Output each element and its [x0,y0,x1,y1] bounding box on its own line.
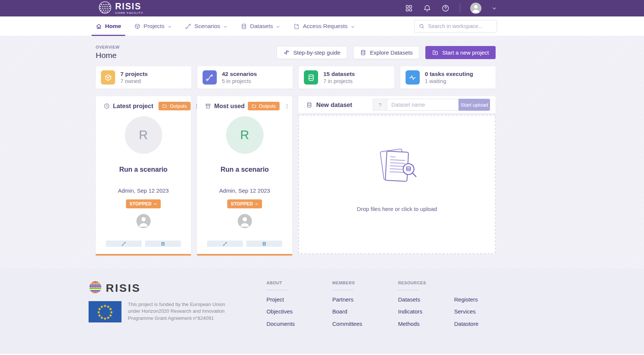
database-icon [304,70,318,85]
footer-link[interactable]: Partners [332,295,398,304]
search-icon [419,23,425,29]
chevron-down-icon [167,24,172,28]
nav-item-scenarios[interactable]: Scenarios [185,16,228,36]
footer-column-about: ABOUT Project Objectives Documents [266,281,332,331]
footer-link[interactable]: Documents [266,319,332,328]
stat-value: 42 scenarios [222,71,257,77]
cube-icon [101,70,115,85]
footer-link[interactable]: Project [266,295,332,304]
card-title: Most used [214,102,245,110]
cube-icon [134,23,141,30]
footer-link[interactable]: Registers [454,295,510,304]
clock-icon [104,103,110,109]
stat-sub: 7 owned [120,78,148,84]
status-dropdown[interactable]: STOPPED [126,199,160,208]
most-used-card: Most used Outputs R Run a scenario Ad [197,96,292,255]
user-avatar[interactable] [470,3,481,14]
new-dataset-card: New dataset ? Start upload [298,96,496,254]
step-by-step-guide-button[interactable]: Step-by-step guide [277,46,347,59]
apps-grid-icon[interactable] [405,4,413,12]
search-input[interactable] [428,23,498,29]
footer-logo-title: RISIS [106,282,141,294]
page-title: Home [96,51,120,60]
latest-project-card: Latest project Outputs R Run a scenario [96,96,191,255]
topbar-divider [460,3,460,13]
footer-rule [332,290,353,290]
nav-item-access-requests[interactable]: Access Requests [293,16,355,36]
globe-mosaic-icon [89,281,102,296]
project-name-link[interactable]: Run a scenario [96,166,191,174]
nav-item-projects[interactable]: Projects [134,16,172,36]
most-used-archive-icon [205,103,211,109]
file-dropzone[interactable]: Drop files here or click to upload [298,115,496,254]
project-name-link[interactable]: Run a scenario [197,166,292,174]
dropzone-text: Drop files here or click to upload [357,206,437,212]
card-title: Latest project [113,102,153,110]
owner-avatar[interactable] [238,214,252,228]
project-scenarios-button[interactable] [106,241,142,247]
main-content: OVERVIEW Home Step-by-step guide Ex [0,36,644,269]
notifications-bell-icon[interactable] [423,4,431,12]
nav-label: Home [105,23,121,30]
footer-column-members: MEMBERS Partners Board Committees [332,281,398,331]
footer-link[interactable]: Indicators [398,307,454,316]
globe-icon [98,1,112,16]
footer-risis-logo: RISIS [89,281,266,296]
footer-link[interactable]: Services [454,307,510,316]
footer-column-misc: Registers Services Datastore [454,281,510,331]
nav-item-home[interactable]: Home [96,16,121,36]
footer-heading: MEMBERS [332,281,398,285]
guide-signpost-icon [283,49,290,56]
outputs-badge[interactable]: Outputs [158,102,191,110]
account-chevron-down-icon[interactable] [492,6,497,11]
scenario-route-icon [185,23,191,30]
database-icon [262,242,266,246]
dataset-name-input[interactable] [387,99,459,111]
owner-avatar[interactable] [136,214,151,228]
upload-documents-illustration [371,147,423,190]
project-meta: Admin, Sep 12 2023 [197,187,292,194]
chevron-down-icon [255,202,259,206]
scenario-route-icon [203,70,217,85]
project-initial-avatar[interactable]: R [125,116,162,154]
explore-datasets-button[interactable]: Explore Datasets [353,46,419,59]
stat-sub: 7 in projects [323,78,355,84]
nav-label: Scenarios [194,23,220,30]
footer-link[interactable]: Committees [332,319,398,328]
project-scenarios-button[interactable] [207,241,243,247]
footer-rule [266,290,287,290]
start-upload-button[interactable]: Start upload [459,99,490,111]
footer-link[interactable]: Board [332,307,398,316]
database-icon [241,23,247,30]
stat-card-datasets: 15 datasets 7 in projects [299,66,394,89]
status-dropdown[interactable]: STOPPED [227,199,262,208]
file-export-icon [293,23,300,30]
topbar: RISIS CORE FACILITY [0,0,644,16]
footer-link[interactable]: Methods [398,319,454,328]
chevron-down-icon [351,24,355,28]
funding-text: This project is funded by the European U… [128,301,228,324]
logo-title: RISIS [115,2,144,11]
start-new-project-button[interactable]: Start a new project [425,46,496,59]
dataset-help-button[interactable]: ? [373,99,387,111]
outputs-badge[interactable]: Outputs [248,102,280,110]
footer-link[interactable]: Objectives [266,307,332,316]
risis-logo[interactable]: RISIS CORE FACILITY [98,1,144,16]
stat-card-projects: 7 projects 7 owned [96,66,191,89]
footer-heading: ABOUT [266,281,332,285]
project-datasets-button[interactable] [246,241,282,247]
help-icon[interactable] [441,4,450,12]
stat-value: 15 datasets [323,71,355,77]
footer-link[interactable]: Datasets [398,295,454,304]
project-initial-avatar[interactable]: R [226,116,264,154]
nav-label: Datasets [250,23,273,30]
folder-icon [162,104,167,108]
status-badge: STOPPED [231,201,253,206]
nav-item-datasets[interactable]: Datasets [241,16,280,36]
stat-value: 0 tasks executing [425,71,473,77]
project-datasets-button[interactable] [145,241,181,247]
kebab-menu-icon[interactable] [284,103,290,109]
footer-link[interactable]: Datastore [454,319,510,328]
scenario-route-icon [223,242,227,246]
folder-icon [252,104,256,108]
